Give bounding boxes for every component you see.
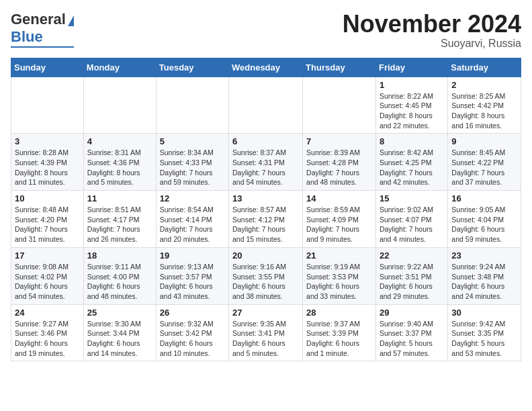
weekday-header-tuesday: Tuesday: [156, 58, 228, 77]
calendar-cell: 2Sunrise: 8:25 AMSunset: 4:42 PMDaylight…: [448, 77, 521, 134]
calendar-cell: 24Sunrise: 9:27 AMSunset: 3:46 PMDayligh…: [11, 304, 84, 361]
calendar-cell: 15Sunrise: 9:02 AMSunset: 4:07 PMDayligh…: [375, 191, 447, 248]
calendar-cell: [156, 77, 228, 134]
calendar-week-row: 17Sunrise: 9:08 AMSunset: 4:02 PMDayligh…: [11, 247, 521, 304]
weekday-header-wednesday: Wednesday: [229, 58, 303, 77]
day-number: 13: [232, 193, 299, 203]
cell-info: Sunrise: 9:24 AMSunset: 3:48 PMDaylight:…: [451, 262, 517, 302]
day-number: 7: [306, 136, 372, 146]
cell-info: Sunrise: 8:48 AMSunset: 4:20 PMDaylight:…: [15, 205, 80, 244]
day-number: 27: [232, 308, 299, 318]
cell-info: Sunrise: 8:54 AMSunset: 4:14 PMDaylight:…: [160, 205, 225, 244]
cell-info: Sunrise: 8:59 AMSunset: 4:09 PMDaylight:…: [306, 205, 372, 244]
cell-info: Sunrise: 9:37 AMSunset: 3:39 PMDaylight:…: [306, 319, 372, 359]
cell-info: Sunrise: 9:16 AMSunset: 3:55 PMDaylight:…: [232, 262, 299, 302]
title-section: November 2024 Suoyarvi, Russia: [343, 11, 521, 50]
day-number: 6: [232, 136, 299, 146]
cell-info: Sunrise: 8:37 AMSunset: 4:31 PMDaylight:…: [232, 148, 299, 187]
day-number: 16: [451, 193, 517, 203]
calendar-cell: 22Sunrise: 9:22 AMSunset: 3:51 PMDayligh…: [375, 247, 447, 304]
cell-info: Sunrise: 9:35 AMSunset: 3:41 PMDaylight:…: [232, 319, 299, 359]
day-number: 9: [451, 136, 517, 146]
weekday-header-monday: Monday: [83, 58, 156, 77]
day-number: 21: [306, 250, 372, 261]
day-number: 4: [87, 136, 152, 146]
calendar-week-row: 24Sunrise: 9:27 AMSunset: 3:46 PMDayligh…: [11, 304, 521, 361]
calendar-cell: 20Sunrise: 9:16 AMSunset: 3:55 PMDayligh…: [229, 247, 303, 304]
day-number: 19: [160, 250, 225, 261]
cell-info: Sunrise: 9:42 AMSunset: 3:35 PMDaylight:…: [451, 319, 517, 359]
calendar-cell: [229, 77, 303, 134]
calendar-cell: 28Sunrise: 9:37 AMSunset: 3:39 PMDayligh…: [303, 304, 376, 361]
calendar-cell: 23Sunrise: 9:24 AMSunset: 3:48 PMDayligh…: [448, 247, 521, 304]
day-number: 14: [306, 193, 372, 203]
day-number: 22: [380, 250, 444, 261]
calendar-cell: 18Sunrise: 9:11 AMSunset: 4:00 PMDayligh…: [83, 247, 156, 304]
calendar-subtitle: Suoyarvi, Russia: [343, 38, 521, 50]
weekday-header-thursday: Thursday: [303, 58, 376, 77]
day-number: 15: [380, 193, 444, 203]
cell-info: Sunrise: 9:30 AMSunset: 3:44 PMDaylight:…: [87, 319, 152, 359]
cell-info: Sunrise: 9:11 AMSunset: 4:00 PMDaylight:…: [87, 262, 152, 302]
cell-info: Sunrise: 9:08 AMSunset: 4:02 PMDaylight:…: [15, 262, 80, 302]
cell-info: Sunrise: 9:40 AMSunset: 3:37 PMDaylight:…: [380, 319, 444, 359]
calendar-cell: 25Sunrise: 9:30 AMSunset: 3:44 PMDayligh…: [83, 304, 156, 361]
weekday-header-friday: Friday: [375, 58, 447, 77]
day-number: 28: [306, 308, 372, 318]
day-number: 26: [160, 308, 225, 318]
calendar-cell: 19Sunrise: 9:13 AMSunset: 3:57 PMDayligh…: [156, 247, 228, 304]
calendar-title: November 2024: [343, 11, 521, 38]
cell-info: Sunrise: 8:45 AMSunset: 4:22 PMDaylight:…: [451, 148, 517, 187]
calendar-cell: [83, 77, 156, 134]
calendar-cell: [11, 77, 84, 134]
calendar-cell: 9Sunrise: 8:45 AMSunset: 4:22 PMDaylight…: [448, 134, 521, 191]
calendar-cell: 12Sunrise: 8:54 AMSunset: 4:14 PMDayligh…: [156, 191, 228, 248]
calendar-cell: 21Sunrise: 9:19 AMSunset: 3:53 PMDayligh…: [303, 247, 376, 304]
logo: General Blue: [11, 11, 74, 48]
day-number: 1: [380, 80, 444, 90]
calendar-week-row: 1Sunrise: 8:22 AMSunset: 4:45 PMDaylight…: [11, 77, 521, 134]
day-number: 23: [451, 250, 517, 261]
day-number: 18: [87, 250, 152, 261]
cell-info: Sunrise: 8:25 AMSunset: 4:42 PMDaylight:…: [451, 91, 517, 131]
calendar-cell: 29Sunrise: 9:40 AMSunset: 3:37 PMDayligh…: [375, 304, 447, 361]
cell-info: Sunrise: 9:13 AMSunset: 3:57 PMDaylight:…: [160, 262, 225, 302]
cell-info: Sunrise: 8:39 AMSunset: 4:28 PMDaylight:…: [306, 148, 372, 187]
day-number: 2: [451, 80, 517, 90]
cell-info: Sunrise: 8:22 AMSunset: 4:45 PMDaylight:…: [380, 91, 444, 131]
cell-info: Sunrise: 8:51 AMSunset: 4:17 PMDaylight:…: [87, 205, 152, 244]
calendar-cell: 8Sunrise: 8:42 AMSunset: 4:25 PMDaylight…: [375, 134, 447, 191]
cell-info: Sunrise: 8:57 AMSunset: 4:12 PMDaylight:…: [232, 205, 299, 244]
weekday-header-row: SundayMondayTuesdayWednesdayThursdayFrid…: [11, 58, 521, 77]
cell-info: Sunrise: 9:02 AMSunset: 4:07 PMDaylight:…: [380, 205, 444, 244]
cell-info: Sunrise: 8:34 AMSunset: 4:33 PMDaylight:…: [160, 148, 225, 187]
calendar-cell: 10Sunrise: 8:48 AMSunset: 4:20 PMDayligh…: [11, 191, 84, 248]
day-number: 17: [15, 250, 80, 261]
day-number: 20: [232, 250, 299, 261]
day-number: 8: [380, 136, 444, 146]
calendar-cell: 14Sunrise: 8:59 AMSunset: 4:09 PMDayligh…: [303, 191, 376, 248]
calendar-cell: [303, 77, 376, 134]
day-number: 10: [15, 193, 80, 203]
calendar-table: SundayMondayTuesdayWednesdayThursdayFrid…: [11, 58, 521, 362]
calendar-cell: 13Sunrise: 8:57 AMSunset: 4:12 PMDayligh…: [229, 191, 303, 248]
cell-info: Sunrise: 8:31 AMSunset: 4:36 PMDaylight:…: [87, 148, 152, 187]
logo-text-blue: Blue: [11, 28, 43, 46]
day-number: 5: [160, 136, 225, 146]
calendar-cell: 5Sunrise: 8:34 AMSunset: 4:33 PMDaylight…: [156, 134, 228, 191]
calendar-cell: 17Sunrise: 9:08 AMSunset: 4:02 PMDayligh…: [11, 247, 84, 304]
logo-underline: [11, 46, 74, 48]
calendar-cell: 6Sunrise: 8:37 AMSunset: 4:31 PMDaylight…: [229, 134, 303, 191]
calendar-cell: 30Sunrise: 9:42 AMSunset: 3:35 PMDayligh…: [448, 304, 521, 361]
page-header: General Blue November 2024 Suoyarvi, Rus…: [11, 11, 521, 50]
logo-text-general: General: [11, 11, 66, 28]
calendar-cell: 27Sunrise: 9:35 AMSunset: 3:41 PMDayligh…: [229, 304, 303, 361]
calendar-cell: 26Sunrise: 9:32 AMSunset: 3:42 PMDayligh…: [156, 304, 228, 361]
day-number: 30: [451, 308, 517, 318]
cell-info: Sunrise: 9:05 AMSunset: 4:04 PMDaylight:…: [451, 205, 517, 244]
cell-info: Sunrise: 9:22 AMSunset: 3:51 PMDaylight:…: [380, 262, 444, 302]
cell-info: Sunrise: 9:19 AMSunset: 3:53 PMDaylight:…: [306, 262, 372, 302]
weekday-header-sunday: Sunday: [11, 58, 84, 77]
calendar-cell: 1Sunrise: 8:22 AMSunset: 4:45 PMDaylight…: [375, 77, 447, 134]
cell-info: Sunrise: 9:32 AMSunset: 3:42 PMDaylight:…: [160, 319, 225, 359]
